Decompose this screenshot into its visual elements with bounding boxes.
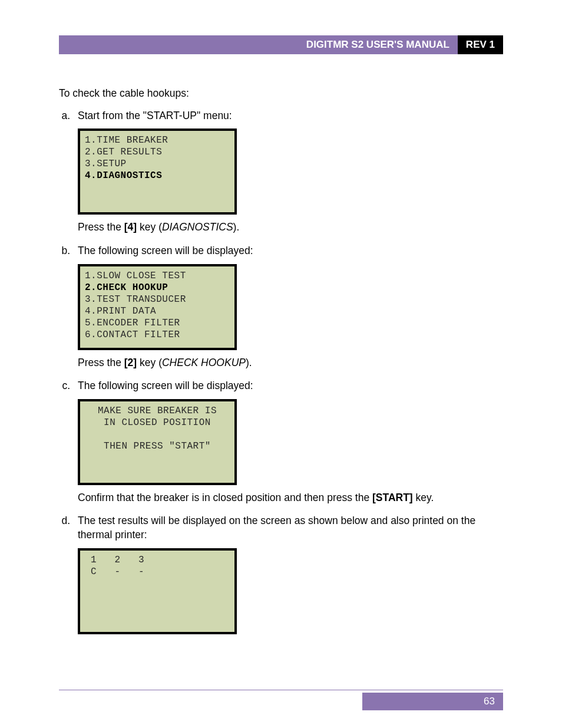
- lcd-line: 1.TIME BREAKER: [85, 134, 230, 146]
- text: ).: [246, 357, 252, 368]
- lcd-line: [85, 429, 230, 440]
- lcd-line: 4.PRINT DATA: [85, 305, 230, 317]
- steps-list: Start from the "START-UP" menu: 1.TIME B…: [73, 109, 503, 634]
- lcd-line: 3.SETUP: [85, 158, 230, 170]
- lcd-line: 2.CHECK HOOKUP: [85, 282, 230, 294]
- header-rev: REV 1: [458, 35, 503, 54]
- step-c: The following screen will be displayed: …: [73, 379, 503, 505]
- lcd-line: 6.CONTACT FILTER: [85, 329, 230, 341]
- manual-page: DIGITMR S2 USER'S MANUAL REV 1 To check …: [0, 0, 562, 728]
- lcd-line: C - -: [85, 566, 230, 578]
- lcd-line: 4.DIAGNOSTICS: [85, 170, 230, 182]
- step-c-after: Confirm that the breaker is in closed po…: [78, 491, 503, 505]
- step-a-after: Press the [4] key (DIAGNOSTICS).: [78, 220, 503, 235]
- lcd-line: 5.ENCODER FILTER: [85, 317, 230, 329]
- step-c-text: The following screen will be displayed:: [78, 379, 503, 393]
- lcd-line: 3.TEST TRANSDUCER: [85, 294, 230, 305]
- text: ).: [233, 221, 240, 233]
- page-number: 63: [484, 696, 495, 707]
- text: key (: [137, 221, 162, 233]
- lcd-line: 1.SLOW CLOSE TEST: [85, 270, 230, 282]
- key-label: [2]: [124, 357, 137, 368]
- lcd-line: 2.GET RESULTS: [85, 146, 230, 158]
- text: key (: [137, 357, 162, 368]
- lcd-line: MAKE SURE BREAKER IS: [85, 405, 230, 417]
- footer-block: 63: [362, 693, 503, 710]
- step-d-text: The test results will be displayed on th…: [78, 514, 503, 542]
- lcd-screen-c: MAKE SURE BREAKER ISIN CLOSED POSITION T…: [78, 399, 237, 485]
- footer-bar: 63: [59, 693, 503, 710]
- step-d: The test results will be displayed on th…: [73, 514, 503, 634]
- intro-text: To check the cable hookups:: [59, 87, 503, 101]
- lcd-line: IN CLOSED POSITION: [85, 417, 230, 429]
- step-a-text: Start from the "START-UP" menu:: [78, 109, 503, 123]
- text: key.: [413, 492, 434, 503]
- text: Press the: [78, 221, 124, 233]
- key-label: [4]: [124, 221, 137, 233]
- footer: 63: [59, 690, 503, 710]
- lcd-screen-b: 1.SLOW CLOSE TEST2.CHECK HOOKUP3.TEST TR…: [78, 264, 237, 350]
- text: Confirm that the breaker is in closed po…: [78, 492, 372, 503]
- header-title: DIGITMR S2 USER'S MANUAL: [298, 35, 458, 54]
- step-b: The following screen will be displayed: …: [73, 244, 503, 370]
- lcd-screen-a: 1.TIME BREAKER2.GET RESULTS3.SETUP4.DIAG…: [78, 129, 237, 215]
- lcd-line: 1 2 3: [85, 554, 230, 566]
- footer-divider: [59, 690, 503, 690]
- step-b-after: Press the [2] key (CHECK HOOKUP).: [78, 356, 503, 370]
- lcd-screen-d: 1 2 3 C - -: [78, 548, 237, 634]
- header-spacer: [59, 35, 298, 54]
- header-bar: DIGITMR S2 USER'S MANUAL REV 1: [59, 35, 503, 54]
- step-b-text: The following screen will be displayed:: [78, 244, 503, 258]
- key-label: [START]: [372, 492, 413, 503]
- text: Press the: [78, 357, 124, 368]
- lcd-line: THEN PRESS "START": [85, 440, 230, 452]
- key-function: CHECK HOOKUP: [162, 357, 246, 368]
- step-a: Start from the "START-UP" menu: 1.TIME B…: [73, 109, 503, 235]
- key-function: DIAGNOSTICS: [162, 221, 233, 233]
